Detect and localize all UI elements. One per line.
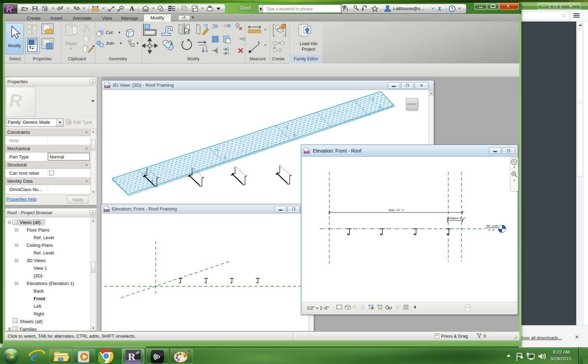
svg-text:Ref . Level: Ref . Level xyxy=(486,225,498,227)
svg-text:?: ? xyxy=(451,7,453,11)
svg-text:Width = 20' - 0": Width = 20' - 0" xyxy=(389,209,404,211)
svg-text:R: R xyxy=(128,351,136,362)
svg-text:t-althouse@o...: t-althouse@o... xyxy=(393,6,424,11)
svg-text:X: X xyxy=(437,6,442,12)
svg-text:0' - 0": 0' - 0" xyxy=(488,229,495,231)
svg-text:1: 1 xyxy=(121,7,122,9)
svg-text:FirstSpace= 2' - 0": FirstSpace= 2' - 0" xyxy=(447,217,466,220)
svg-text:A: A xyxy=(130,5,134,12)
